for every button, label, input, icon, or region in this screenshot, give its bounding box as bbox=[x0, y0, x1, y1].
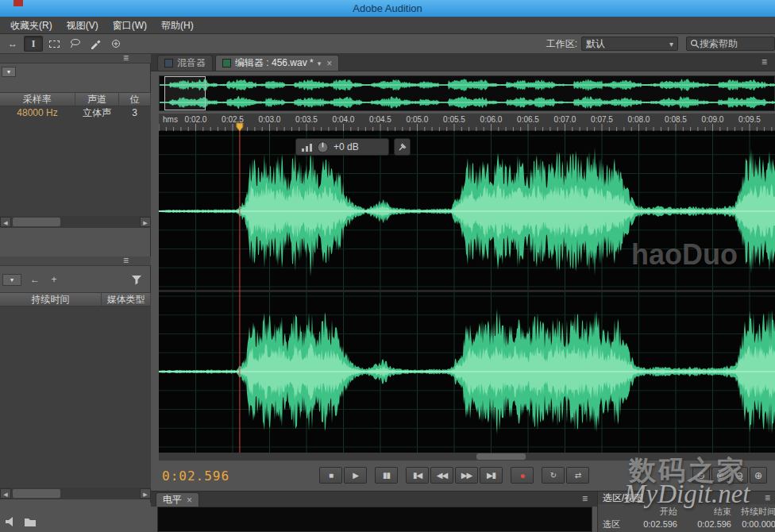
slip-tool-icon: ↔ bbox=[8, 38, 17, 49]
gain-hud[interactable]: +0 dB bbox=[295, 138, 389, 156]
svg-text:hms: hms bbox=[163, 115, 178, 124]
panel-menu-icon[interactable]: ≡ bbox=[582, 493, 588, 504]
transport-bar: 0:02.596 ■▶▮▮▮◀◀◀▶▶▶▮●↻⇄ ⊖⊕⊖⊕ bbox=[151, 461, 775, 491]
tab-mixer[interactable]: 混音器 bbox=[157, 55, 213, 71]
gain-knob[interactable] bbox=[317, 141, 329, 153]
time-display: 0:02.596 bbox=[162, 468, 229, 484]
zoom-in-vertical-button[interactable]: ⊕ bbox=[750, 467, 767, 484]
svg-text:0:06.0: 0:06.0 bbox=[480, 115, 503, 124]
scroll-left-icon[interactable]: ◀ bbox=[0, 488, 11, 499]
files-horizontal-scrollbar[interactable]: ◀ ▶ bbox=[0, 216, 151, 228]
spot-heal-tool[interactable] bbox=[106, 36, 125, 52]
slip-tool[interactable]: ↔ bbox=[3, 36, 22, 52]
app-icon bbox=[13, 0, 23, 6]
svg-text:0:02.0: 0:02.0 bbox=[185, 115, 207, 124]
play-button[interactable]: ▶ bbox=[344, 467, 367, 484]
panel-menu-icon[interactable]: ≡ bbox=[123, 255, 129, 266]
back-arrow-icon[interactable]: ← bbox=[28, 273, 42, 286]
workspace-dropdown[interactable]: 默认 ▾ bbox=[581, 37, 678, 51]
close-icon[interactable]: × bbox=[326, 58, 332, 69]
add-icon[interactable]: + bbox=[47, 273, 61, 286]
scrollbar-thumb[interactable] bbox=[476, 453, 526, 460]
pause-button[interactable]: ▮▮ bbox=[375, 467, 398, 484]
scrollbar-thumb[interactable] bbox=[13, 218, 60, 226]
zoom-out-horizontal-button[interactable]: ⊖ bbox=[692, 467, 710, 484]
svg-text:0:04.5: 0:04.5 bbox=[369, 115, 391, 124]
ibeam-icon: I bbox=[32, 38, 36, 50]
close-icon[interactable]: × bbox=[187, 495, 192, 506]
menu-item[interactable]: 窗口(W) bbox=[106, 17, 154, 34]
lasso-tool[interactable] bbox=[65, 36, 84, 52]
column-header[interactable]: 声道 bbox=[75, 93, 119, 106]
waveform-icon bbox=[222, 59, 231, 67]
folder-icon[interactable] bbox=[24, 517, 37, 527]
ruler-ticks: 0:02.00:02.50:03.00:03.50:04.00:04.50:05… bbox=[159, 114, 775, 131]
zoom-in-horizontal-button[interactable]: ⊕ bbox=[711, 467, 729, 484]
skip-to-start-button[interactable]: ▮◀ bbox=[406, 467, 429, 484]
media-horizontal-scrollbar[interactable]: ◀ ▶ bbox=[0, 488, 151, 499]
skip-selection-button[interactable]: ⇄ bbox=[566, 467, 589, 484]
menu-item[interactable]: 收藏夹(R) bbox=[3, 17, 60, 34]
menu-item[interactable]: 帮助(H) bbox=[154, 17, 201, 34]
workspace-label: 工作区: bbox=[546, 37, 577, 51]
speaker-icon[interactable] bbox=[5, 516, 17, 527]
svg-text:0:07.0: 0:07.0 bbox=[554, 115, 576, 124]
panel-menu-icon[interactable]: ≡ bbox=[765, 492, 770, 503]
zoom-out-vertical-button[interactable]: ⊖ bbox=[731, 467, 748, 484]
media-list[interactable] bbox=[0, 306, 151, 488]
rewind-button[interactable]: ◀◀ bbox=[430, 467, 453, 484]
files-list[interactable] bbox=[0, 121, 151, 216]
channels-value: 立体声 bbox=[75, 106, 119, 121]
stop-button[interactable]: ■ bbox=[319, 467, 342, 484]
tab-editor[interactable]: 编辑器 : 456.wav * ▾ × bbox=[215, 55, 339, 71]
marquee-icon bbox=[49, 40, 60, 48]
files-panel-header: ≡ bbox=[0, 54, 151, 64]
time-selection-tool[interactable]: I bbox=[24, 36, 43, 52]
meter-bars-icon bbox=[302, 143, 312, 152]
svg-text:0:06.5: 0:06.5 bbox=[517, 115, 539, 124]
selection-view-panel: 选区/视图 ≡ 开始结束持续时间选区0:02.5960:02.5960:00.0… bbox=[597, 491, 775, 532]
column-header[interactable]: 媒体类型 bbox=[102, 293, 151, 306]
filter-icon[interactable] bbox=[131, 275, 142, 285]
panel-menu-icon[interactable]: ≡ bbox=[762, 56, 767, 67]
svg-text:0:05.0: 0:05.0 bbox=[407, 115, 429, 124]
svg-text:0:08.5: 0:08.5 bbox=[665, 115, 687, 124]
media-view-dropdown[interactable]: ▾ bbox=[2, 274, 21, 286]
hud-pin-button[interactable] bbox=[394, 138, 411, 156]
record-button[interactable]: ● bbox=[511, 467, 534, 484]
column-header[interactable]: 采样率 bbox=[0, 93, 75, 106]
files-table-row[interactable]: 48000 Hz 立体声 3 bbox=[0, 106, 151, 121]
editor-horizontal-scrollbar[interactable] bbox=[159, 453, 775, 461]
time-value: 0:02.596 bbox=[682, 518, 736, 530]
svg-text:0:07.5: 0:07.5 bbox=[591, 115, 613, 124]
media-table-header: 持续时间媒体类型 bbox=[0, 292, 151, 306]
overview-view-range[interactable] bbox=[164, 76, 206, 110]
overview-strip[interactable] bbox=[159, 75, 775, 111]
brush-tool[interactable] bbox=[86, 36, 105, 52]
skip-to-end-button[interactable]: ▶▮ bbox=[480, 467, 503, 484]
column-header[interactable]: 位 bbox=[119, 93, 151, 106]
timeline-ruler[interactable]: 0:02.00:02.50:03.00:03.50:04.00:04.50:05… bbox=[159, 114, 775, 131]
tab-levels[interactable]: 电平 × bbox=[156, 492, 199, 507]
lasso-icon bbox=[69, 38, 81, 49]
search-input[interactable] bbox=[700, 38, 771, 49]
media-panel-toolbar: ▾ ← + bbox=[0, 270, 151, 289]
scrollbar-thumb[interactable] bbox=[13, 489, 60, 498]
menu-item[interactable]: 视图(V) bbox=[60, 17, 106, 34]
menu-bar: 收藏夹(R)视图(V)窗口(W)帮助(H) bbox=[0, 17, 775, 34]
fast-forward-button[interactable]: ▶▶ bbox=[455, 467, 478, 484]
panel-menu-icon[interactable]: ≡ bbox=[123, 52, 129, 64]
loop-playback-button[interactable]: ↻ bbox=[542, 467, 565, 484]
pin-icon bbox=[398, 142, 407, 152]
waveform-display[interactable]: +0 dB bbox=[159, 131, 775, 453]
chevron-down-icon[interactable]: ▾ bbox=[318, 60, 322, 67]
files-table-header: 采样率声道位 bbox=[0, 92, 151, 106]
svg-text:0:08.0: 0:08.0 bbox=[628, 115, 650, 124]
column-header[interactable]: 持续时间 bbox=[0, 293, 102, 306]
marquee-tool[interactable] bbox=[44, 36, 64, 52]
scroll-left-icon[interactable]: ◀ bbox=[0, 217, 11, 227]
files-view-dropdown[interactable]: ▾ bbox=[2, 67, 16, 77]
help-search-box[interactable] bbox=[686, 37, 775, 51]
scroll-right-icon[interactable]: ▶ bbox=[140, 488, 151, 499]
scroll-right-icon[interactable]: ▶ bbox=[140, 217, 151, 227]
